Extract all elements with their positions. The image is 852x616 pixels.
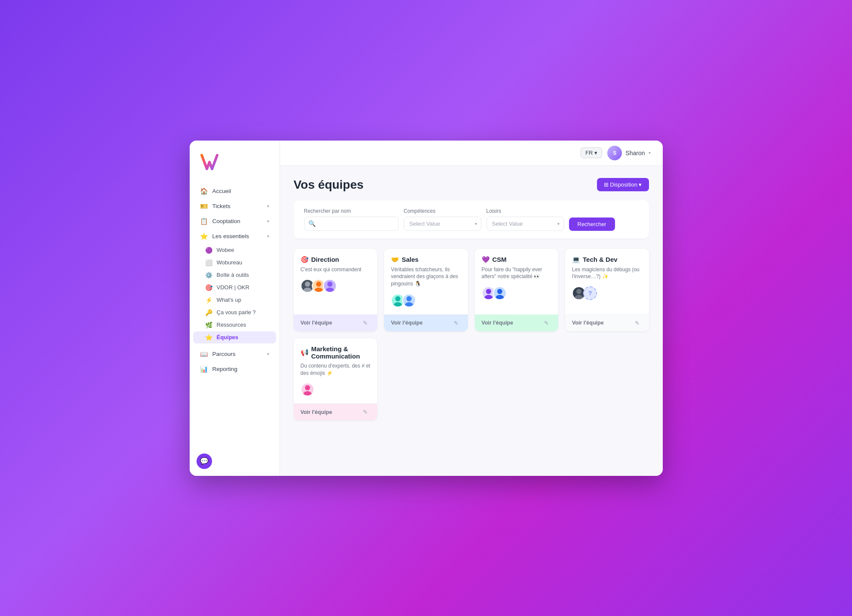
team-title: 💜 CSM xyxy=(482,256,552,264)
chevron-down-icon: ▾ xyxy=(649,150,651,155)
sidebar: 🏠 Accueil 🎫 Tickets ▾ 📋 Cooptation ▾ ⭐ L… xyxy=(190,141,280,476)
star-icon: ⭐ xyxy=(200,233,208,240)
language-selector[interactable]: FR ▾ xyxy=(581,147,602,158)
user-name: Sharon xyxy=(625,150,645,156)
direction-emoji: 🎯 xyxy=(301,256,309,264)
wobee-icon: 🟣 xyxy=(205,247,212,254)
sidebar-item-reporting[interactable]: 📊 Reporting xyxy=(193,362,276,377)
home-icon: 🏠 xyxy=(200,187,208,195)
user-menu[interactable]: S Sharon ▾ xyxy=(607,146,650,160)
competences-filter-group: Compétences Select Value ▾ xyxy=(404,208,481,231)
sidebar-item-accueil[interactable]: 🏠 Accueil xyxy=(193,184,276,199)
chart-icon: 📊 xyxy=(200,365,208,373)
target-icon: 🎯 xyxy=(205,284,212,291)
svg-point-13 xyxy=(495,295,504,299)
page-header: Vos équipes ⊞ Disposition ▾ xyxy=(294,178,649,192)
chat-icon: 💬 xyxy=(200,457,209,465)
search-button[interactable]: Rechercher xyxy=(569,218,615,231)
sidebar-item-ressources[interactable]: 🌿 Ressources xyxy=(193,319,276,331)
lightning-icon: ⚡ xyxy=(205,297,212,303)
sidebar-navigation: 🏠 Accueil 🎫 Tickets ▾ 📋 Cooptation ▾ ⭐ L… xyxy=(190,180,280,447)
sidebar-item-cooptation[interactable]: 📋 Cooptation ▾ xyxy=(193,214,276,229)
sidebar-item-vdor[interactable]: 🎯 VDOR | OKR xyxy=(193,282,276,294)
svg-point-10 xyxy=(486,289,491,294)
sidebar-item-parcours[interactable]: 📖 Parcours ▾ xyxy=(193,347,276,362)
team-card-body: 💜 CSM Pour faire du "happily ever afters… xyxy=(475,249,559,314)
team-title: 💻 Tech & Dev xyxy=(572,256,642,264)
team-description: Pour faire du "happily ever afters" notr… xyxy=(482,266,552,281)
book-icon: 📖 xyxy=(200,350,208,358)
voir-equipe-button[interactable]: Voir l'équipe xyxy=(391,320,423,326)
search-icon: 🔍 xyxy=(308,220,316,227)
sales-emoji: 🤝 xyxy=(391,256,399,264)
edit-button[interactable]: ✎ xyxy=(360,319,370,327)
avatars-row: ? xyxy=(572,286,642,300)
loisirs-select[interactable]: Select Value xyxy=(486,217,564,231)
wobureau-icon: ⬜ xyxy=(205,259,212,266)
sidebar-item-tickets[interactable]: 🎫 Tickets ▾ xyxy=(193,199,276,214)
svg-point-11 xyxy=(484,295,493,299)
team-card-footer: Voir l'équipe ✎ xyxy=(384,314,468,331)
search-input[interactable] xyxy=(304,217,399,231)
team-title: 🎯 Direction xyxy=(301,256,371,264)
voir-equipe-button[interactable]: Voir l'équipe xyxy=(572,320,604,326)
cooptation-icon: 📋 xyxy=(200,218,208,225)
sidebar-bottom: 💬 xyxy=(190,447,280,476)
svg-point-6 xyxy=(395,296,400,301)
voir-equipe-button[interactable]: Voir l'équipe xyxy=(301,409,332,415)
team-card-footer: Voir l'équipe ✎ xyxy=(294,403,378,420)
edit-button[interactable]: ✎ xyxy=(451,319,461,327)
svg-point-5 xyxy=(326,288,334,292)
sidebar-item-equipes[interactable]: ⭐ Équipes xyxy=(193,331,276,343)
sidebar-item-whatsup[interactable]: ⚡ What's up xyxy=(193,294,276,306)
page-body: Vos équipes ⊞ Disposition ▾ Rechercher p… xyxy=(280,166,663,476)
team-card-footer: Voir l'équipe ✎ xyxy=(294,314,378,331)
voir-equipe-button[interactable]: Voir l'équipe xyxy=(301,320,332,326)
loisirs-filter-group: Loisirs Select Value ▾ xyxy=(486,208,564,231)
edit-button[interactable]: ✎ xyxy=(632,319,642,327)
team-title: 📢 Marketing & Communication xyxy=(301,345,371,360)
search-filter-label: Rechercher par nom xyxy=(304,208,399,214)
svg-point-8 xyxy=(406,296,412,301)
avatar-ghost: ? xyxy=(583,286,597,300)
team-card-techdev: 💻 Tech & Dev Les magiciens du débugs (ou… xyxy=(565,249,649,331)
team-card-body: 💻 Tech & Dev Les magiciens du débugs (ou… xyxy=(565,249,649,314)
main-content: FR ▾ S Sharon ▾ Vos équipes ⊞ Dispositio… xyxy=(280,141,663,476)
page-title: Vos équipes xyxy=(294,178,364,192)
sidebar-item-essentiels[interactable]: ⭐ Les essentiels ▾ xyxy=(193,229,276,244)
chevron-down-icon: ▾ xyxy=(267,219,269,224)
disposition-button[interactable]: ⊞ Disposition ▾ xyxy=(597,178,649,191)
voir-equipe-button[interactable]: Voir l'équipe xyxy=(482,320,514,326)
team-title: 🤝 Sales xyxy=(391,256,461,264)
team-card-marketing: 📢 Marketing & Communication Du contenu d… xyxy=(294,338,378,421)
svg-point-2 xyxy=(316,282,321,287)
team-card-sales: 🤝 Sales Véritables tchatcheurs, ils vend… xyxy=(384,249,468,331)
team-card-body: 🎯 Direction C'est eux qui commandent xyxy=(294,249,378,314)
sidebar-item-boite[interactable]: ⚙️ Boîte à outils xyxy=(193,269,276,281)
loisirs-filter-label: Loisirs xyxy=(486,208,564,214)
chevron-down-icon: ▾ xyxy=(267,204,269,208)
svg-point-14 xyxy=(576,289,581,294)
chat-button[interactable]: 💬 xyxy=(197,454,212,469)
sidebar-item-cavousparlé[interactable]: 🔑 Ça vous parle ? xyxy=(193,306,276,319)
sidebar-item-wobee[interactable]: 🟣 Wobee xyxy=(193,244,276,256)
search-input-wrap: 🔍 xyxy=(304,217,399,231)
svg-point-17 xyxy=(303,391,312,395)
svg-point-3 xyxy=(314,288,323,292)
sidebar-item-wobureau[interactable]: ⬜ Wobureau xyxy=(193,257,276,269)
topbar: FR ▾ S Sharon ▾ xyxy=(280,141,663,166)
team-description: C'est eux qui commandent xyxy=(301,266,371,273)
svg-point-7 xyxy=(394,302,402,306)
csm-emoji: 💜 xyxy=(482,256,490,264)
avatar xyxy=(301,383,314,396)
avatar xyxy=(493,286,507,300)
avatars-row xyxy=(301,279,371,293)
search-filter-group: Rechercher par nom 🔍 xyxy=(304,208,399,231)
avatar: S xyxy=(607,146,622,160)
team-card-direction: 🎯 Direction C'est eux qui commandent xyxy=(294,249,378,331)
competences-select[interactable]: Select Value xyxy=(404,217,481,231)
edit-button[interactable]: ✎ xyxy=(360,408,370,416)
app-window: 🏠 Accueil 🎫 Tickets ▾ 📋 Cooptation ▾ ⭐ L… xyxy=(190,141,663,476)
competences-filter-label: Compétences xyxy=(404,208,481,214)
edit-button[interactable]: ✎ xyxy=(541,319,551,327)
